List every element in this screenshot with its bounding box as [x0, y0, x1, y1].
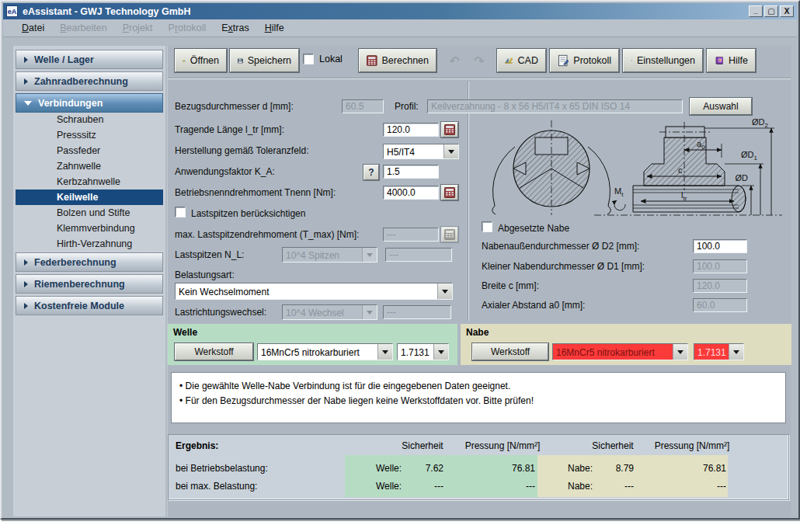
application-factor-field[interactable]: 1.5 — [383, 165, 439, 179]
hub-width-field: 120.0 — [693, 279, 747, 293]
message-line: Die gewählte Welle-Nabe Verbindung ist f… — [179, 379, 777, 394]
application-factor-help-button[interactable]: ? — [363, 165, 379, 180]
load-peaks-unit-value: 10^4 Spitzen — [283, 248, 362, 262]
nominal-torque-calculator-button[interactable] — [441, 185, 458, 200]
lokal-checkbox[interactable] — [303, 54, 314, 64]
nominal-torque-field[interactable]: 4000.0 — [383, 186, 439, 200]
ruler-pencil-icon — [505, 54, 513, 67]
tolerance-select[interactable]: H5/IT4 — [383, 144, 459, 159]
expanded-arrow-icon — [24, 101, 32, 106]
sidebar-section-federberechnung[interactable]: Federberechnung — [16, 252, 163, 272]
sidebar-item-bolzen-und-stifte[interactable]: Bolzen und Stifte — [16, 205, 163, 221]
tolerance-select-value: H5/IT4 — [384, 144, 443, 158]
load-peaks-checkbox[interactable] — [175, 207, 186, 217]
svg-text:c: c — [678, 165, 683, 175]
shaft-material-value: 16MnCr5 nitrokarburiert — [258, 344, 377, 360]
menu-hilfe[interactable]: Hilfe — [257, 20, 292, 36]
spline-connection-diagram: ØD2 ØD1 ØD a0 c ltr Mt — [478, 116, 786, 220]
shaft-material-select[interactable]: 16MnCr5 nitrokarburiert — [257, 343, 393, 360]
profile-select-button[interactable]: Auswahl — [690, 98, 752, 115]
collapsed-arrow-icon — [24, 259, 28, 266]
minimize-button[interactable]: _ — [749, 5, 763, 17]
hub-outer-diameter-field[interactable]: 100.0 — [693, 239, 747, 253]
sidebar-section-welle-lager[interactable]: Welle / Lager — [16, 50, 163, 69]
hub-material-button[interactable]: Werkstoff — [472, 343, 548, 360]
calculator-icon — [444, 124, 455, 135]
open-button[interactable]: Öffnen — [175, 49, 227, 72]
max-torque-calculator-button — [441, 227, 458, 242]
sidebar-item-presssitz[interactable]: Presssitz — [16, 127, 163, 143]
protocol-button[interactable]: Protokoll — [550, 49, 619, 72]
load-peaks-unit-select: 10^4 Spitzen — [282, 247, 377, 263]
sidebar-item-hirth-verzahnung[interactable]: Hirth-Verzahnung — [16, 236, 163, 252]
load-peaks-field: --- — [385, 248, 452, 262]
cad-button[interactable]: CAD — [497, 49, 546, 72]
protocol-button-label: Protokoll — [573, 55, 611, 66]
sidebar-section-kostenfreie-module[interactable]: Kostenfreie Module — [16, 296, 163, 315]
svg-text:ØD1: ØD1 — [741, 150, 758, 162]
dropdown-arrow-icon — [362, 305, 377, 319]
hub-material-select[interactable]: 16MnCr5 nitrokarburiert — [552, 343, 688, 360]
load-type-select[interactable]: Kein Wechselmoment — [175, 283, 453, 300]
sidebar-item-passfeder[interactable]: Passfeder — [16, 143, 163, 158]
app-window: eA eAssistant - GWJ Technology GmbH _ ▢ … — [0, 0, 800, 520]
sidebar-item-kerbzahnwelle[interactable]: Kerbzahnwelle — [16, 174, 163, 190]
sidebar-item-klemmverbindung[interactable]: Klemmverbindung — [16, 221, 163, 236]
menu-extras[interactable]: Extras — [214, 20, 256, 36]
dropdown-arrow-icon[interactable] — [673, 344, 687, 360]
menu-datei[interactable]: Datei — [14, 20, 52, 36]
dropdown-arrow-icon[interactable] — [433, 344, 448, 360]
hub-pressure-value: --- — [666, 481, 726, 492]
toolbar-separator — [168, 78, 791, 79]
column-divider — [468, 82, 469, 321]
calculate-button[interactable]: Berechnen — [359, 49, 437, 72]
menu-protokoll: Protokoll — [161, 20, 214, 36]
shaft-material-button[interactable]: Werkstoff — [175, 343, 253, 360]
sidebar-section-label: Welle / Lager — [34, 54, 94, 65]
sidebar-section-verbindungen[interactable]: Verbindungen — [16, 93, 163, 113]
stepped-hub-checkbox-label: Abgesetzte Nabe — [498, 223, 569, 234]
maximize-button[interactable]: ▢ — [764, 5, 778, 17]
max-torque-field: --- — [383, 228, 439, 242]
dropdown-arrow-icon[interactable] — [377, 344, 392, 360]
load-type-value: Kein Wechselmoment — [176, 283, 437, 299]
main-panel: Öffnen Speichern Lokal — [167, 46, 791, 516]
collapsed-arrow-icon — [24, 57, 28, 63]
save-button[interactable]: Speichern — [230, 49, 299, 72]
length-calculator-button[interactable] — [441, 122, 458, 137]
stepped-hub-checkbox[interactable] — [482, 221, 492, 232]
length-field[interactable]: 120.0 — [383, 123, 439, 137]
sidebar-item-zahnwelle[interactable]: Zahnwelle — [16, 158, 163, 174]
sidebar-section-zahnradberechnung[interactable]: Zahnradberechnung — [16, 71, 163, 91]
sidebar-item-keilwelle[interactable]: Keilwelle — [16, 190, 163, 205]
results-panel: Ergebnis: Sicherheit Pressung [N/mm²] Si… — [168, 434, 789, 500]
max-torque-label: max. Lastspitzendrehmoment (T_max) [Nm]: — [175, 229, 359, 240]
dropdown-arrow-icon[interactable] — [729, 344, 743, 360]
hub-material-number-select[interactable]: 1.7131 — [694, 343, 744, 360]
svg-text:ØD: ØD — [736, 173, 749, 183]
sidebar-item-schrauben[interactable]: Schrauben — [16, 112, 163, 127]
shaft-material-number-select[interactable]: 1.7131 — [397, 343, 449, 360]
settings-button[interactable]: Einstellungen — [623, 49, 703, 72]
dropdown-arrow-icon[interactable] — [443, 144, 458, 158]
help-button[interactable]: ? Hilfe — [707, 49, 756, 72]
message-line: Für den Bezugsdurchmesser der Nabe liege… — [179, 394, 777, 409]
hub-material-panel: Nabe Werkstoff 16MnCr5 nitrokarburiert 1… — [461, 324, 791, 365]
app-icon: eA — [6, 5, 18, 17]
dropdown-arrow-icon[interactable] — [437, 283, 452, 299]
close-button[interactable]: X — [780, 5, 794, 17]
svg-text:Mt: Mt — [614, 186, 624, 198]
reference-diameter-label: Bezugsdurchmesser d [mm]: — [175, 101, 294, 112]
tools-icon — [631, 54, 632, 67]
calculate-button-label: Berechnen — [382, 55, 429, 66]
sidebar-section-riemenberechnung[interactable]: Riemenberechnung — [16, 274, 163, 294]
svg-text:?: ? — [718, 58, 722, 63]
results-row-label: bei Betriebsbelastung: — [176, 463, 268, 474]
undo-button: ↶ — [444, 51, 464, 71]
menu-projekt: Projekt — [115, 20, 161, 36]
load-peaks-checkbox-label: Lastspitzen berücksichtigen — [191, 208, 305, 219]
open-button-label: Öffnen — [190, 55, 219, 66]
redo-icon: ↷ — [474, 54, 484, 68]
sidebar: Welle / Lager Zahnradberechnung Verbindu… — [13, 46, 165, 516]
hub-panel-title: Nabe — [466, 327, 489, 338]
